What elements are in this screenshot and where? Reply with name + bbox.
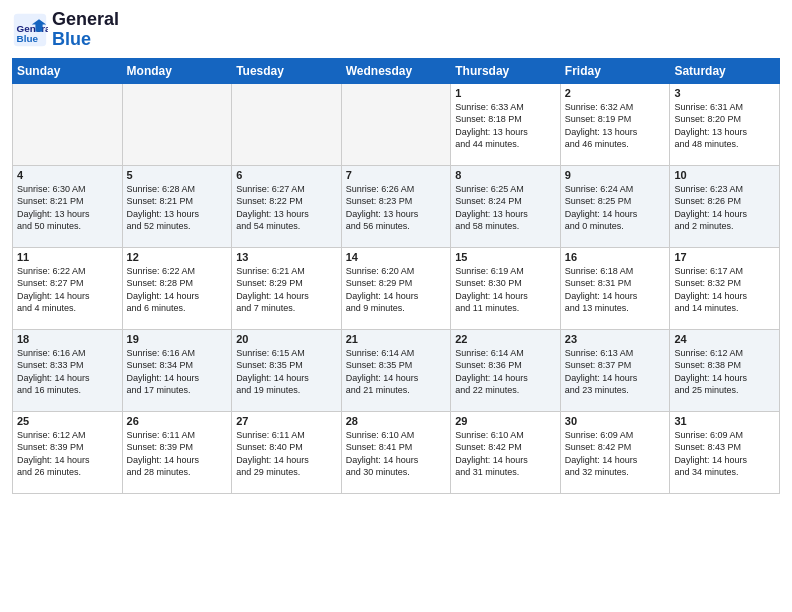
header: General Blue General Blue [12,10,780,50]
logo-text: General Blue [52,10,119,50]
day-info: Sunrise: 6:11 AM Sunset: 8:40 PM Dayligh… [236,429,337,479]
day-number: 16 [565,251,666,263]
day-number: 11 [17,251,118,263]
table-row: 15Sunrise: 6:19 AM Sunset: 8:30 PM Dayli… [451,247,561,329]
calendar-week-row: 4Sunrise: 6:30 AM Sunset: 8:21 PM Daylig… [13,165,780,247]
day-info: Sunrise: 6:27 AM Sunset: 8:22 PM Dayligh… [236,183,337,233]
day-info: Sunrise: 6:26 AM Sunset: 8:23 PM Dayligh… [346,183,447,233]
day-info: Sunrise: 6:31 AM Sunset: 8:20 PM Dayligh… [674,101,775,151]
weekday-header-row: Sunday Monday Tuesday Wednesday Thursday… [13,58,780,83]
table-row: 23Sunrise: 6:13 AM Sunset: 8:37 PM Dayli… [560,329,670,411]
header-wednesday: Wednesday [341,58,451,83]
day-info: Sunrise: 6:16 AM Sunset: 8:34 PM Dayligh… [127,347,228,397]
table-row: 8Sunrise: 6:25 AM Sunset: 8:24 PM Daylig… [451,165,561,247]
table-row: 25Sunrise: 6:12 AM Sunset: 8:39 PM Dayli… [13,411,123,493]
day-number: 15 [455,251,556,263]
table-row: 22Sunrise: 6:14 AM Sunset: 8:36 PM Dayli… [451,329,561,411]
day-number: 23 [565,333,666,345]
day-info: Sunrise: 6:13 AM Sunset: 8:37 PM Dayligh… [565,347,666,397]
table-row: 29Sunrise: 6:10 AM Sunset: 8:42 PM Dayli… [451,411,561,493]
table-row: 30Sunrise: 6:09 AM Sunset: 8:42 PM Dayli… [560,411,670,493]
table-row [13,83,123,165]
table-row [341,83,451,165]
day-info: Sunrise: 6:14 AM Sunset: 8:36 PM Dayligh… [455,347,556,397]
day-number: 8 [455,169,556,181]
day-number: 5 [127,169,228,181]
table-row [232,83,342,165]
table-row: 26Sunrise: 6:11 AM Sunset: 8:39 PM Dayli… [122,411,232,493]
day-number: 19 [127,333,228,345]
table-row: 24Sunrise: 6:12 AM Sunset: 8:38 PM Dayli… [670,329,780,411]
table-row: 16Sunrise: 6:18 AM Sunset: 8:31 PM Dayli… [560,247,670,329]
table-row: 4Sunrise: 6:30 AM Sunset: 8:21 PM Daylig… [13,165,123,247]
table-row: 31Sunrise: 6:09 AM Sunset: 8:43 PM Dayli… [670,411,780,493]
day-number: 12 [127,251,228,263]
day-info: Sunrise: 6:24 AM Sunset: 8:25 PM Dayligh… [565,183,666,233]
day-number: 6 [236,169,337,181]
day-info: Sunrise: 6:33 AM Sunset: 8:18 PM Dayligh… [455,101,556,151]
table-row: 10Sunrise: 6:23 AM Sunset: 8:26 PM Dayli… [670,165,780,247]
table-row: 2Sunrise: 6:32 AM Sunset: 8:19 PM Daylig… [560,83,670,165]
calendar-week-row: 1Sunrise: 6:33 AM Sunset: 8:18 PM Daylig… [13,83,780,165]
day-info: Sunrise: 6:23 AM Sunset: 8:26 PM Dayligh… [674,183,775,233]
svg-text:Blue: Blue [17,32,39,43]
day-number: 24 [674,333,775,345]
day-number: 7 [346,169,447,181]
day-info: Sunrise: 6:20 AM Sunset: 8:29 PM Dayligh… [346,265,447,315]
day-number: 20 [236,333,337,345]
table-row: 7Sunrise: 6:26 AM Sunset: 8:23 PM Daylig… [341,165,451,247]
table-row: 6Sunrise: 6:27 AM Sunset: 8:22 PM Daylig… [232,165,342,247]
table-row: 1Sunrise: 6:33 AM Sunset: 8:18 PM Daylig… [451,83,561,165]
calendar-week-row: 25Sunrise: 6:12 AM Sunset: 8:39 PM Dayli… [13,411,780,493]
table-row: 14Sunrise: 6:20 AM Sunset: 8:29 PM Dayli… [341,247,451,329]
day-number: 13 [236,251,337,263]
day-number: 28 [346,415,447,427]
table-row [122,83,232,165]
day-info: Sunrise: 6:18 AM Sunset: 8:31 PM Dayligh… [565,265,666,315]
day-info: Sunrise: 6:25 AM Sunset: 8:24 PM Dayligh… [455,183,556,233]
day-number: 26 [127,415,228,427]
day-number: 3 [674,87,775,99]
day-number: 10 [674,169,775,181]
day-number: 31 [674,415,775,427]
day-info: Sunrise: 6:09 AM Sunset: 8:42 PM Dayligh… [565,429,666,479]
day-info: Sunrise: 6:17 AM Sunset: 8:32 PM Dayligh… [674,265,775,315]
day-number: 30 [565,415,666,427]
table-row: 3Sunrise: 6:31 AM Sunset: 8:20 PM Daylig… [670,83,780,165]
day-info: Sunrise: 6:28 AM Sunset: 8:21 PM Dayligh… [127,183,228,233]
day-info: Sunrise: 6:12 AM Sunset: 8:38 PM Dayligh… [674,347,775,397]
day-number: 1 [455,87,556,99]
day-number: 4 [17,169,118,181]
day-info: Sunrise: 6:10 AM Sunset: 8:42 PM Dayligh… [455,429,556,479]
calendar-week-row: 18Sunrise: 6:16 AM Sunset: 8:33 PM Dayli… [13,329,780,411]
table-row: 18Sunrise: 6:16 AM Sunset: 8:33 PM Dayli… [13,329,123,411]
calendar-table: Sunday Monday Tuesday Wednesday Thursday… [12,58,780,494]
table-row: 13Sunrise: 6:21 AM Sunset: 8:29 PM Dayli… [232,247,342,329]
table-row: 5Sunrise: 6:28 AM Sunset: 8:21 PM Daylig… [122,165,232,247]
table-row: 17Sunrise: 6:17 AM Sunset: 8:32 PM Dayli… [670,247,780,329]
day-info: Sunrise: 6:22 AM Sunset: 8:28 PM Dayligh… [127,265,228,315]
day-info: Sunrise: 6:19 AM Sunset: 8:30 PM Dayligh… [455,265,556,315]
day-info: Sunrise: 6:14 AM Sunset: 8:35 PM Dayligh… [346,347,447,397]
day-number: 25 [17,415,118,427]
day-number: 14 [346,251,447,263]
header-sunday: Sunday [13,58,123,83]
day-number: 27 [236,415,337,427]
logo: General Blue General Blue [12,10,119,50]
day-info: Sunrise: 6:10 AM Sunset: 8:41 PM Dayligh… [346,429,447,479]
table-row: 21Sunrise: 6:14 AM Sunset: 8:35 PM Dayli… [341,329,451,411]
header-thursday: Thursday [451,58,561,83]
day-info: Sunrise: 6:22 AM Sunset: 8:27 PM Dayligh… [17,265,118,315]
table-row: 27Sunrise: 6:11 AM Sunset: 8:40 PM Dayli… [232,411,342,493]
day-info: Sunrise: 6:15 AM Sunset: 8:35 PM Dayligh… [236,347,337,397]
day-info: Sunrise: 6:11 AM Sunset: 8:39 PM Dayligh… [127,429,228,479]
table-row: 9Sunrise: 6:24 AM Sunset: 8:25 PM Daylig… [560,165,670,247]
day-info: Sunrise: 6:09 AM Sunset: 8:43 PM Dayligh… [674,429,775,479]
table-row: 28Sunrise: 6:10 AM Sunset: 8:41 PM Dayli… [341,411,451,493]
day-info: Sunrise: 6:30 AM Sunset: 8:21 PM Dayligh… [17,183,118,233]
day-info: Sunrise: 6:21 AM Sunset: 8:29 PM Dayligh… [236,265,337,315]
table-row: 20Sunrise: 6:15 AM Sunset: 8:35 PM Dayli… [232,329,342,411]
day-number: 2 [565,87,666,99]
header-tuesday: Tuesday [232,58,342,83]
page: General Blue General Blue Sunday Monday … [0,0,792,612]
